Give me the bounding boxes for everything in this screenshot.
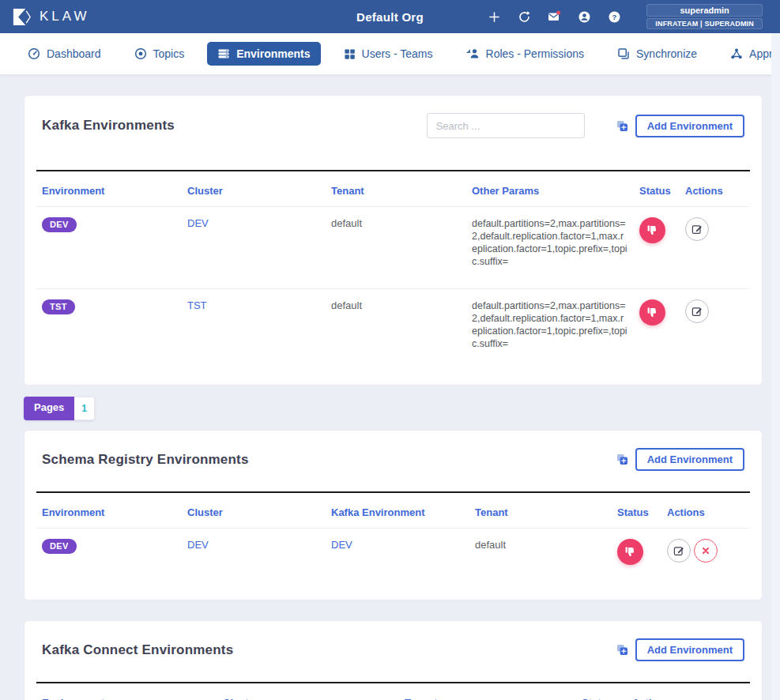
cluster-link[interactable]: DEV (187, 217, 209, 229)
pages-label: Pages (24, 397, 74, 420)
nav-tab-roles-permissions[interactable]: Roles - Permissions (456, 42, 594, 66)
col-tenant: Tenant (326, 171, 466, 207)
help-icon[interactable]: ? (605, 8, 623, 25)
col-kafka-environment: Kafka Environment (326, 493, 469, 529)
col-cluster: Cluster (217, 683, 399, 700)
nav-tab-synchronize[interactable]: Synchronize (607, 42, 707, 66)
nav-tab-users-teams[interactable]: Users - Teams (333, 42, 443, 66)
search-input[interactable] (427, 113, 585, 138)
schema-registry-environments-card: Schema Registry Environments Add Environ… (24, 430, 763, 600)
cluster-link[interactable]: TST (187, 299, 207, 311)
table-row: DEV DEV default default.partitions=2,max… (36, 207, 750, 289)
env-badge: DEV (42, 539, 77, 554)
col-status: Status (576, 683, 627, 700)
nav-tab-label: Environments (236, 47, 310, 60)
kafka-environments-table: Environment Cluster Tenant Other Params … (36, 171, 750, 371)
page-1-button[interactable]: 1 (74, 397, 95, 420)
col-status: Status (634, 171, 680, 207)
nav-tab-label: Dashboard (47, 47, 101, 60)
environments-stack-icon (217, 47, 230, 60)
brand-name: KLAW (40, 9, 90, 24)
klaw-logo-icon (11, 6, 32, 28)
col-cluster: Cluster (182, 493, 326, 529)
status-thumbs-down-button[interactable] (617, 539, 643, 565)
delete-button[interactable] (694, 539, 718, 563)
add-environment-button[interactable]: Add Environment (635, 448, 744, 471)
table-row: TST TST default default.partitions=2,max… (36, 289, 750, 371)
schema-registry-title: Schema Registry Environments (42, 452, 616, 468)
main-navigation: Dashboard Topics Environments (0, 33, 780, 75)
other-params-value: default.partitions=2,max.partitions=2,de… (472, 217, 628, 268)
approve-network-icon (730, 47, 743, 60)
tenant-value: default (475, 539, 506, 551)
col-actions: Actions (680, 171, 750, 207)
col-tenant: Tenant (399, 683, 576, 700)
col-environment: Environment (36, 683, 217, 700)
other-params-value: default.partitions=2,max.partitions=2,de… (472, 299, 628, 350)
schema-environments-table: Environment Cluster Kafka Environment Te… (36, 493, 750, 585)
env-badge: DEV (42, 217, 77, 232)
pagination: Pages 1 (24, 397, 95, 420)
col-environment: Environment (36, 171, 182, 207)
nav-tab-label: Synchronize (636, 47, 697, 60)
kafka-environment-link[interactable]: DEV (331, 539, 352, 551)
brand[interactable]: KLAW (11, 6, 90, 28)
kafka-connect-title: Kafka Connect Environments (42, 642, 616, 658)
nav-tab-dashboard[interactable]: Dashboard (17, 42, 111, 66)
top-header-bar: KLAW Default Org (0, 0, 780, 33)
scrollbar[interactable] (771, 33, 780, 700)
add-request-icon[interactable] (485, 8, 503, 25)
status-thumbs-down-button[interactable] (639, 299, 665, 326)
synchronize-copy-icon (617, 47, 630, 60)
col-status: Status (612, 493, 661, 529)
refresh-icon[interactable] (515, 8, 533, 25)
col-environment: Environment (36, 493, 182, 529)
add-environment-icon (616, 644, 628, 656)
profile-icon[interactable] (575, 8, 593, 25)
user-info[interactable]: superadmin INFRATEAM | SUPERADMIN (646, 4, 763, 29)
cluster-link[interactable]: DEV (187, 539, 209, 551)
user-team-role: INFRATEAM | SUPERADMIN (646, 18, 763, 29)
tenant-value: default (331, 299, 362, 311)
col-other-params: Other Params (466, 171, 634, 207)
nav-tab-label: Topics (153, 47, 185, 60)
notification-dot (557, 11, 561, 15)
status-thumbs-down-button[interactable] (639, 217, 665, 243)
col-actions: Actions (661, 493, 750, 529)
env-badge: TST (42, 299, 75, 314)
roles-person-key-icon (466, 47, 480, 60)
nav-tab-label: Users - Teams (362, 47, 433, 60)
table-row: DEV DEV DEV default (36, 529, 750, 586)
topics-target-icon (134, 47, 147, 60)
nav-tab-topics[interactable]: Topics (124, 42, 195, 66)
kafka-connect-environments-card: Kafka Connect Environments Add Environme… (24, 620, 763, 700)
kafka-environments-title: Kafka Environments (42, 118, 427, 134)
add-environment-icon (616, 453, 628, 465)
col-tenant: Tenant (469, 493, 612, 529)
kafka-environments-card: Kafka Environments Add Environment Envir… (24, 95, 763, 386)
edit-button[interactable] (685, 299, 709, 323)
nav-tab-label: Roles - Permissions (486, 47, 584, 60)
edit-button[interactable] (667, 539, 691, 563)
add-environment-icon (616, 120, 628, 132)
nav-tab-environments[interactable]: Environments (207, 42, 320, 66)
add-environment-button[interactable]: Add Environment (635, 115, 744, 137)
add-environment-button[interactable]: Add Environment (635, 638, 744, 661)
user-name: superadmin (646, 4, 763, 17)
edit-button[interactable] (685, 217, 709, 241)
col-cluster: Cluster (182, 171, 326, 207)
col-actions: Actions (627, 683, 750, 700)
connect-environments-table: Environment Cluster Tenant Status Action… (36, 683, 750, 700)
svg-text:?: ? (612, 12, 616, 21)
dashboard-gauge-icon (28, 47, 40, 60)
mail-icon[interactable] (545, 8, 563, 25)
users-teams-grid-icon (344, 48, 356, 60)
tenant-value: default (331, 217, 362, 229)
